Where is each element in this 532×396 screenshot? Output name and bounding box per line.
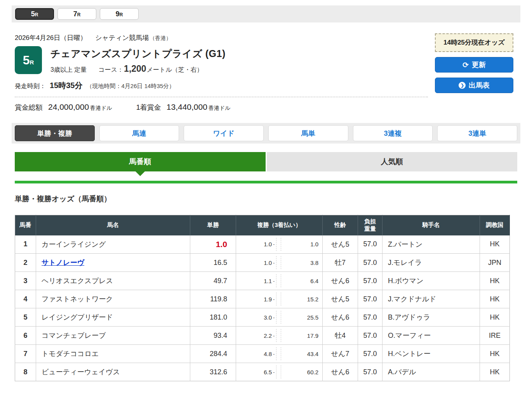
carried-weight: 57.0 [358, 254, 382, 272]
prize-first-unit: 香港ドル [209, 105, 231, 112]
bet-tab-trifecta[interactable]: 3連単 [437, 125, 517, 141]
horse-name: ファストネットワーク [42, 295, 113, 303]
jockey-name: H.ボウマン [382, 272, 480, 290]
start-time-label: 発走時刻： [15, 83, 46, 89]
prize-total-label: 賞金総額 [15, 103, 43, 112]
race-tab-7r[interactable]: 7R [57, 8, 96, 20]
bet-tab-trio[interactable]: 3連複 [353, 125, 433, 141]
carried-weight: 57.0 [358, 308, 382, 327]
horse-number: 4 [15, 290, 36, 308]
place-odds-low: 1.1 [236, 278, 272, 284]
place-odds-high: 15.2 [281, 296, 318, 303]
arrow-circle-icon: ❯ [459, 82, 466, 89]
sort-tabs: 馬番順 人気順 [15, 152, 517, 171]
race-date: 2026年4月26日（日曜） [15, 34, 87, 42]
place-odds-high: 3.8 [281, 259, 318, 266]
place-odds-low: 1.9 [236, 296, 272, 303]
horse-name: カーインライジング [42, 240, 106, 248]
place-odds-cell: 2.2 - 17.9 [236, 327, 323, 345]
place-odds-cell: 1.1 - 6.4 [236, 272, 323, 290]
dashed-divider [276, 365, 281, 379]
start-time: 15時35分 [50, 81, 83, 90]
header-sex-age: 性齢 [323, 215, 358, 235]
venue-name: シャティン競馬場 [95, 34, 149, 42]
place-odds-low: 1.0 [236, 241, 272, 247]
horse-number: 6 [15, 327, 36, 345]
prize-total: 24,000,000 [48, 102, 89, 112]
training-country: HK [480, 363, 510, 381]
prize-first-label: 1着賞金 [136, 103, 161, 112]
start-time-local: （現地時間：4月26日 14時35分） [87, 83, 175, 89]
sex-age: せん5 [323, 290, 358, 308]
race-tab-9r[interactable]: 9R [100, 8, 139, 20]
place-odds-separator: - [273, 369, 275, 375]
bet-tab-wide[interactable]: ワイド [184, 125, 264, 141]
horse-number: 2 [15, 254, 36, 272]
win-odds: 49.7 [214, 277, 227, 285]
venue-note: （香港） [150, 35, 171, 41]
table-row: 6 コマンチェブレーブ 93.4 2.2 - 17.9 牡4 57.0 O.マー… [15, 327, 510, 345]
place-odds-high: 25.5 [281, 314, 318, 321]
entries-button[interactable]: ❯出馬表 [435, 78, 513, 93]
place-odds-low: 1.0 [236, 259, 272, 266]
race-tab-5r[interactable]: 5R [15, 8, 54, 20]
sex-age: せん7 [323, 345, 358, 363]
training-country: JPN [480, 254, 510, 272]
jockey-name: J.マクドナルド [382, 290, 480, 308]
table-row: 3 ヘリオスエクスプレス 49.7 1.1 - 6.4 せん6 57.0 H.ボ… [15, 272, 510, 290]
race-tab-number: 7 [73, 10, 77, 18]
win-odds: 312.6 [210, 368, 227, 376]
race-title-row: 5R チェアマンズスプリントプライズ (G1) 3歳以上 定量 コース：1,20… [15, 46, 428, 74]
horse-number: 7 [15, 345, 36, 363]
race-number-badge: 5R [15, 46, 42, 74]
place-odds-cell: 1.9 - 15.2 [236, 290, 323, 308]
carried-weight: 57.0 [358, 363, 382, 381]
horse-name: ヘリオスエクスプレス [42, 277, 113, 285]
race-conditions: 3歳以上 定量 [50, 66, 87, 74]
header-country: 調教国 [480, 215, 510, 235]
table-row: 8 ビューティーウェイヴス 312.6 6.5 - 60.2 せん6 57.0 … [15, 363, 510, 381]
sort-tab-horse-number[interactable]: 馬番順 [15, 152, 266, 171]
place-odds-separator: - [273, 315, 275, 320]
training-country: IRE [480, 327, 510, 345]
place-odds-cell: 1.0 - 1.0 [236, 235, 323, 254]
carried-weight: 57.0 [358, 345, 382, 363]
horse-name[interactable]: サトノレーヴ [42, 259, 84, 266]
bet-tab-win-place[interactable]: 単勝・複勝 [15, 125, 95, 141]
jockey-name: B.アヴドゥラ [382, 308, 480, 327]
jockey-name: O.マーフィー [382, 327, 480, 345]
refresh-icon: ⟳ [462, 61, 469, 69]
place-odds-cell: 3.0 - 25.5 [236, 308, 323, 327]
race-tab-number: 9 [116, 10, 120, 18]
table-header-row: 馬番 馬名 単勝 複勝（3着払い） 性齢 負担重量 騎手名 調教国 [15, 215, 510, 235]
bet-tab-exacta[interactable]: 馬単 [268, 125, 348, 141]
refresh-button[interactable]: ⟳更新 [435, 57, 513, 73]
place-odds-high: 17.9 [281, 332, 318, 339]
horse-number: 3 [15, 272, 36, 290]
table-row: 1 カーインライジング 1.0 1.0 - 1.0 せん5 57.0 Z.パート… [15, 235, 510, 254]
place-odds-separator: - [273, 241, 275, 247]
race-header: 2026年4月26日（日曜）シャティン競馬場（香港） 5R チェアマンズスプリン… [15, 33, 513, 112]
training-country: HK [480, 308, 510, 327]
sex-age: せん6 [323, 308, 358, 327]
bet-tab-quinella[interactable]: 馬連 [99, 125, 179, 141]
dashed-divider [276, 311, 281, 324]
race-header-right: 14時25分現在オッズ ⟳更新 ❯出馬表 [435, 33, 513, 112]
win-odds: 93.4 [214, 332, 227, 339]
training-country: HK [480, 290, 510, 308]
dashed-divider [276, 329, 281, 342]
horse-number: 8 [15, 363, 36, 381]
bet-type-tabs: 単勝・複勝 馬連 ワイド 馬単 3連複 3連単 [12, 123, 520, 144]
sex-age: 牡7 [323, 254, 358, 272]
table-row: 2 サトノレーヴ 16.5 1.0 - 3.8 牡7 57.0 J.モレイラ J… [15, 254, 510, 272]
dashed-divider [276, 274, 281, 287]
training-country: HK [480, 235, 510, 254]
dotted-divider [15, 97, 428, 97]
place-odds-high: 60.2 [281, 369, 318, 375]
jockey-name: A.バデル [382, 363, 480, 381]
sort-tab-popularity[interactable]: 人気順 [267, 152, 518, 171]
odds-table: 馬番 馬名 単勝 複勝（3着払い） 性齢 負担重量 騎手名 調教国 1 カーイン… [15, 215, 510, 381]
jockey-name: H.ベントレー [382, 345, 480, 363]
place-odds-cell: 4.8 - 43.4 [236, 345, 323, 363]
carried-weight: 57.0 [358, 235, 382, 254]
